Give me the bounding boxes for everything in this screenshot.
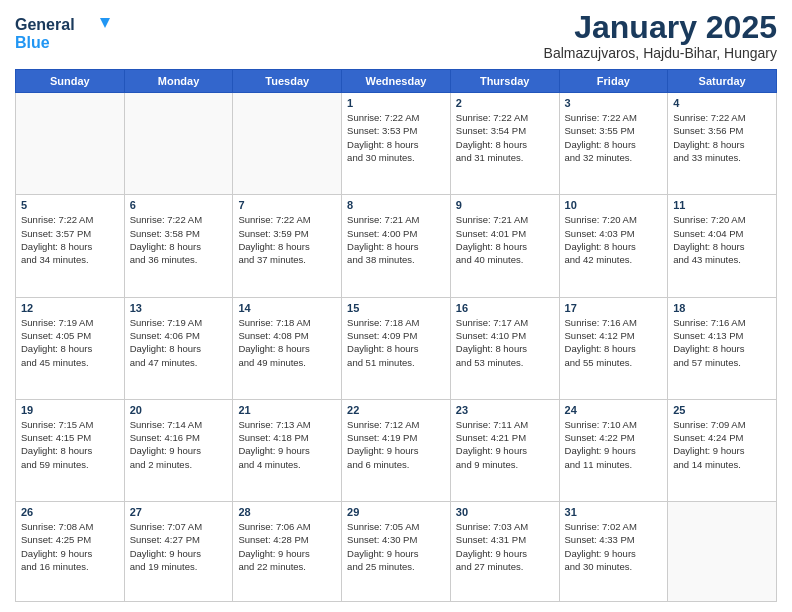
day-info: Sunrise: 7:12 AM Sunset: 4:19 PM Dayligh… <box>347 418 445 471</box>
col-wednesday: Wednesday <box>342 70 451 93</box>
calendar-title: January 2025 <box>544 10 777 45</box>
day-info: Sunrise: 7:21 AM Sunset: 4:01 PM Dayligh… <box>456 213 554 266</box>
day-info: Sunrise: 7:20 AM Sunset: 4:04 PM Dayligh… <box>673 213 771 266</box>
day-number: 24 <box>565 404 663 416</box>
day-info: Sunrise: 7:17 AM Sunset: 4:10 PM Dayligh… <box>456 316 554 369</box>
day-number: 16 <box>456 302 554 314</box>
svg-text:General: General <box>15 16 75 33</box>
table-row: 9Sunrise: 7:21 AM Sunset: 4:01 PM Daylig… <box>450 195 559 297</box>
table-row: 20Sunrise: 7:14 AM Sunset: 4:16 PM Dayli… <box>124 399 233 501</box>
day-number: 20 <box>130 404 228 416</box>
table-row <box>233 93 342 195</box>
day-number: 7 <box>238 199 336 211</box>
day-info: Sunrise: 7:22 AM Sunset: 3:53 PM Dayligh… <box>347 111 445 164</box>
day-info: Sunrise: 7:03 AM Sunset: 4:31 PM Dayligh… <box>456 520 554 573</box>
day-info: Sunrise: 7:14 AM Sunset: 4:16 PM Dayligh… <box>130 418 228 471</box>
day-number: 13 <box>130 302 228 314</box>
table-row: 17Sunrise: 7:16 AM Sunset: 4:12 PM Dayli… <box>559 297 668 399</box>
svg-marker-1 <box>100 18 110 28</box>
table-row: 4Sunrise: 7:22 AM Sunset: 3:56 PM Daylig… <box>668 93 777 195</box>
day-number: 5 <box>21 199 119 211</box>
day-number: 26 <box>21 506 119 518</box>
day-number: 3 <box>565 97 663 109</box>
calendar-week-row: 1Sunrise: 7:22 AM Sunset: 3:53 PM Daylig… <box>16 93 777 195</box>
table-row: 5Sunrise: 7:22 AM Sunset: 3:57 PM Daylig… <box>16 195 125 297</box>
day-number: 12 <box>21 302 119 314</box>
calendar-subtitle: Balmazujvaros, Hajdu-Bihar, Hungary <box>544 45 777 61</box>
table-row <box>124 93 233 195</box>
day-number: 15 <box>347 302 445 314</box>
logo-text: General Blue <box>15 10 125 59</box>
table-row: 30Sunrise: 7:03 AM Sunset: 4:31 PM Dayli… <box>450 502 559 602</box>
day-info: Sunrise: 7:22 AM Sunset: 3:57 PM Dayligh… <box>21 213 119 266</box>
day-info: Sunrise: 7:18 AM Sunset: 4:09 PM Dayligh… <box>347 316 445 369</box>
day-number: 11 <box>673 199 771 211</box>
svg-text:Blue: Blue <box>15 34 50 51</box>
col-thursday: Thursday <box>450 70 559 93</box>
day-info: Sunrise: 7:18 AM Sunset: 4:08 PM Dayligh… <box>238 316 336 369</box>
day-number: 31 <box>565 506 663 518</box>
day-number: 22 <box>347 404 445 416</box>
table-row: 27Sunrise: 7:07 AM Sunset: 4:27 PM Dayli… <box>124 502 233 602</box>
day-info: Sunrise: 7:08 AM Sunset: 4:25 PM Dayligh… <box>21 520 119 573</box>
day-info: Sunrise: 7:02 AM Sunset: 4:33 PM Dayligh… <box>565 520 663 573</box>
day-info: Sunrise: 7:05 AM Sunset: 4:30 PM Dayligh… <box>347 520 445 573</box>
day-number: 2 <box>456 97 554 109</box>
col-monday: Monday <box>124 70 233 93</box>
col-saturday: Saturday <box>668 70 777 93</box>
day-number: 28 <box>238 506 336 518</box>
day-number: 17 <box>565 302 663 314</box>
table-row: 24Sunrise: 7:10 AM Sunset: 4:22 PM Dayli… <box>559 399 668 501</box>
day-number: 8 <box>347 199 445 211</box>
day-info: Sunrise: 7:09 AM Sunset: 4:24 PM Dayligh… <box>673 418 771 471</box>
day-number: 21 <box>238 404 336 416</box>
day-number: 1 <box>347 97 445 109</box>
day-info: Sunrise: 7:19 AM Sunset: 4:05 PM Dayligh… <box>21 316 119 369</box>
logo: General Blue <box>15 10 125 59</box>
table-row: 19Sunrise: 7:15 AM Sunset: 4:15 PM Dayli… <box>16 399 125 501</box>
table-row: 8Sunrise: 7:21 AM Sunset: 4:00 PM Daylig… <box>342 195 451 297</box>
day-info: Sunrise: 7:07 AM Sunset: 4:27 PM Dayligh… <box>130 520 228 573</box>
day-info: Sunrise: 7:22 AM Sunset: 3:54 PM Dayligh… <box>456 111 554 164</box>
day-info: Sunrise: 7:19 AM Sunset: 4:06 PM Dayligh… <box>130 316 228 369</box>
day-info: Sunrise: 7:22 AM Sunset: 3:56 PM Dayligh… <box>673 111 771 164</box>
day-info: Sunrise: 7:11 AM Sunset: 4:21 PM Dayligh… <box>456 418 554 471</box>
col-sunday: Sunday <box>16 70 125 93</box>
day-number: 19 <box>21 404 119 416</box>
day-number: 18 <box>673 302 771 314</box>
day-info: Sunrise: 7:06 AM Sunset: 4:28 PM Dayligh… <box>238 520 336 573</box>
col-tuesday: Tuesday <box>233 70 342 93</box>
calendar-week-row: 5Sunrise: 7:22 AM Sunset: 3:57 PM Daylig… <box>16 195 777 297</box>
day-number: 9 <box>456 199 554 211</box>
day-info: Sunrise: 7:16 AM Sunset: 4:13 PM Dayligh… <box>673 316 771 369</box>
table-row: 6Sunrise: 7:22 AM Sunset: 3:58 PM Daylig… <box>124 195 233 297</box>
table-row: 21Sunrise: 7:13 AM Sunset: 4:18 PM Dayli… <box>233 399 342 501</box>
table-row: 2Sunrise: 7:22 AM Sunset: 3:54 PM Daylig… <box>450 93 559 195</box>
table-row: 28Sunrise: 7:06 AM Sunset: 4:28 PM Dayli… <box>233 502 342 602</box>
title-section: January 2025 Balmazujvaros, Hajdu-Bihar,… <box>544 10 777 61</box>
calendar-week-row: 26Sunrise: 7:08 AM Sunset: 4:25 PM Dayli… <box>16 502 777 602</box>
calendar-body: 1Sunrise: 7:22 AM Sunset: 3:53 PM Daylig… <box>16 93 777 602</box>
day-number: 10 <box>565 199 663 211</box>
table-row: 7Sunrise: 7:22 AM Sunset: 3:59 PM Daylig… <box>233 195 342 297</box>
day-info: Sunrise: 7:20 AM Sunset: 4:03 PM Dayligh… <box>565 213 663 266</box>
table-row: 29Sunrise: 7:05 AM Sunset: 4:30 PM Dayli… <box>342 502 451 602</box>
calendar-page: General Blue January 2025 Balmazujvaros,… <box>0 0 792 612</box>
calendar-week-row: 19Sunrise: 7:15 AM Sunset: 4:15 PM Dayli… <box>16 399 777 501</box>
day-number: 14 <box>238 302 336 314</box>
day-info: Sunrise: 7:22 AM Sunset: 3:55 PM Dayligh… <box>565 111 663 164</box>
calendar-table: Sunday Monday Tuesday Wednesday Thursday… <box>15 69 777 602</box>
day-info: Sunrise: 7:22 AM Sunset: 3:58 PM Dayligh… <box>130 213 228 266</box>
table-row: 23Sunrise: 7:11 AM Sunset: 4:21 PM Dayli… <box>450 399 559 501</box>
table-row: 3Sunrise: 7:22 AM Sunset: 3:55 PM Daylig… <box>559 93 668 195</box>
day-number: 23 <box>456 404 554 416</box>
day-info: Sunrise: 7:10 AM Sunset: 4:22 PM Dayligh… <box>565 418 663 471</box>
table-row: 10Sunrise: 7:20 AM Sunset: 4:03 PM Dayli… <box>559 195 668 297</box>
table-row: 16Sunrise: 7:17 AM Sunset: 4:10 PM Dayli… <box>450 297 559 399</box>
day-number: 30 <box>456 506 554 518</box>
day-info: Sunrise: 7:22 AM Sunset: 3:59 PM Dayligh… <box>238 213 336 266</box>
table-row: 18Sunrise: 7:16 AM Sunset: 4:13 PM Dayli… <box>668 297 777 399</box>
table-row <box>16 93 125 195</box>
day-number: 6 <box>130 199 228 211</box>
day-number: 25 <box>673 404 771 416</box>
